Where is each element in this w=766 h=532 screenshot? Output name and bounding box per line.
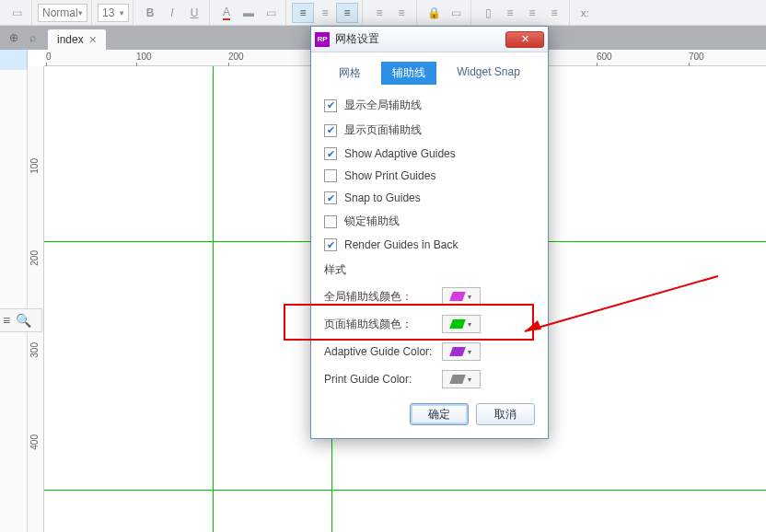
valign-top-button[interactable]: ≡ bbox=[368, 3, 390, 23]
show-global-guides-row[interactable]: 显示全局辅助线 bbox=[324, 98, 535, 113]
distribute-button[interactable]: ≡ bbox=[499, 3, 521, 23]
dialog-tabs: 网格 辅助线 Widget Snap bbox=[324, 62, 535, 85]
svg-line-0 bbox=[525, 276, 718, 331]
pen-icon bbox=[449, 375, 466, 384]
checkbox-icon[interactable] bbox=[324, 238, 337, 251]
check-label: 锁定辅助线 bbox=[344, 214, 400, 229]
dialog-buttons: 确定 取消 bbox=[324, 403, 535, 425]
render-guides-back-row[interactable]: Render Guides in Back bbox=[324, 238, 535, 251]
align-left-button[interactable]: ≡ bbox=[292, 3, 314, 23]
ruler-tick: 100 bbox=[29, 158, 40, 174]
tab-index[interactable]: index × bbox=[48, 29, 106, 50]
search-icon[interactable]: 🔍 bbox=[16, 313, 31, 328]
ok-button[interactable]: 确定 bbox=[410, 403, 469, 425]
left-gutter bbox=[0, 50, 28, 532]
align-objects-button[interactable]: ▯ bbox=[477, 3, 499, 23]
checkbox-icon[interactable] bbox=[324, 124, 337, 137]
global-guide-color-row: 全局辅助线颜色： ▾ bbox=[324, 287, 535, 306]
dialog-body: 网格 辅助线 Widget Snap 显示全局辅助线 显示页面辅助线 Show … bbox=[311, 52, 548, 438]
chevron-down-icon: ▾ bbox=[468, 376, 471, 384]
italic-button[interactable]: I bbox=[161, 3, 183, 23]
font-size-value: 13 bbox=[102, 6, 114, 19]
ruler-tick: 700 bbox=[689, 52, 704, 62]
align-right-button[interactable]: ≡ bbox=[336, 3, 358, 23]
style-select[interactable]: Normal▾ bbox=[38, 4, 87, 22]
checkbox-icon[interactable] bbox=[324, 169, 337, 182]
checkbox-icon[interactable] bbox=[324, 215, 337, 228]
order-button[interactable]: ≡ bbox=[521, 3, 543, 23]
ruler-tick: 400 bbox=[29, 434, 40, 450]
ruler-tick: 200 bbox=[29, 250, 40, 266]
check-label: 显示页面辅助线 bbox=[344, 122, 422, 138]
checkbox-icon[interactable] bbox=[324, 191, 337, 204]
pen-icon bbox=[449, 347, 466, 356]
pen-icon bbox=[449, 292, 466, 301]
tab-widget-snap[interactable]: Widget Snap bbox=[446, 62, 531, 85]
global-guide-color-swatch[interactable]: ▾ bbox=[442, 287, 481, 306]
x-coord-label: x: bbox=[575, 7, 595, 18]
show-page-guides-row[interactable]: 显示页面辅助线 bbox=[324, 122, 535, 138]
cancel-button[interactable]: 取消 bbox=[476, 403, 535, 425]
print-guide-color-swatch[interactable]: ▾ bbox=[442, 370, 481, 388]
annotation-highlight bbox=[284, 304, 534, 341]
align-center-button[interactable]: ≡ bbox=[314, 3, 336, 23]
bold-button[interactable]: B bbox=[139, 3, 161, 23]
group-button[interactable]: ▭ bbox=[445, 3, 467, 23]
check-label: Render Guides in Back bbox=[344, 238, 458, 251]
ruler-vertical[interactable]: 100 200 300 400 bbox=[28, 66, 44, 532]
ruler-tick: 600 bbox=[597, 52, 612, 62]
check-label: Show Adaptive Guides bbox=[344, 147, 456, 160]
menu-icon[interactable]: ≡ bbox=[3, 313, 10, 328]
svg-marker-1 bbox=[525, 320, 541, 331]
style-section-label: 样式 bbox=[324, 262, 535, 278]
search-pages-icon[interactable]: ⌕ bbox=[24, 29, 41, 46]
tab-guides[interactable]: 辅助线 bbox=[381, 62, 436, 85]
grid-settings-dialog: RP 网格设置 ✕ 网格 辅助线 Widget Snap 显示全局辅助线 显示页… bbox=[310, 26, 549, 439]
color-label: Adaptive Guide Color: bbox=[324, 345, 435, 358]
tab-grid[interactable]: 网格 bbox=[328, 62, 372, 85]
side-dock: ≡ 🔍 bbox=[0, 308, 42, 332]
font-size-select[interactable]: 13▾ bbox=[98, 4, 129, 22]
ruler-tick: 100 bbox=[136, 52, 152, 62]
close-button[interactable]: ✕ bbox=[505, 31, 544, 48]
dialog-titlebar[interactable]: RP 网格设置 ✕ bbox=[311, 27, 548, 52]
ruler-tick: 200 bbox=[228, 52, 244, 62]
show-adaptive-guides-row[interactable]: Show Adaptive Guides bbox=[324, 147, 535, 160]
checkbox-icon[interactable] bbox=[324, 99, 337, 112]
close-icon[interactable]: × bbox=[89, 32, 97, 47]
page-indicator bbox=[0, 50, 28, 70]
lock-button[interactable]: 🔒 bbox=[423, 3, 445, 23]
lock-guides-row[interactable]: 锁定辅助线 bbox=[324, 214, 535, 229]
snap-to-guides-row[interactable]: Snap to Guides bbox=[324, 191, 535, 204]
check-label: 显示全局辅助线 bbox=[344, 98, 422, 113]
color-label: Print Guide Color: bbox=[324, 373, 435, 386]
chevron-down-icon: ▾ bbox=[120, 8, 124, 17]
adaptive-guide-color-swatch[interactable]: ▾ bbox=[442, 342, 481, 361]
checkbox-icon[interactable] bbox=[324, 147, 337, 160]
chevron-down-icon: ▾ bbox=[468, 293, 471, 301]
print-guide-color-row: Print Guide Color: ▾ bbox=[324, 370, 535, 388]
color-label: 全局辅助线颜色： bbox=[324, 289, 435, 305]
border-color-button[interactable]: ▭ bbox=[260, 3, 282, 23]
fill-color-button[interactable]: ▬ bbox=[238, 3, 260, 23]
guide-line-horizontal[interactable] bbox=[44, 490, 766, 491]
dialog-title: 网格设置 bbox=[335, 31, 379, 47]
annotation-arrow bbox=[516, 276, 727, 368]
format-toolbar: ▭ Normal▾ 13▾ B I U A ▬ ▭ ≡ ≡ ≡ ≡ ≡ 🔒 ▭ … bbox=[0, 0, 766, 26]
underline-button[interactable]: U bbox=[183, 3, 205, 23]
ruler-tick: 0 bbox=[46, 52, 52, 62]
check-label: Snap to Guides bbox=[344, 191, 421, 204]
show-print-guides-row[interactable]: Show Print Guides bbox=[324, 169, 535, 182]
guide-line-vertical[interactable] bbox=[213, 66, 214, 532]
ruler-tick: 300 bbox=[29, 342, 40, 358]
check-label: Show Print Guides bbox=[344, 169, 435, 182]
tool-button[interactable]: ▭ bbox=[6, 3, 28, 23]
add-page-icon[interactable]: ⊕ bbox=[6, 29, 22, 46]
more-button[interactable]: ≡ bbox=[543, 3, 565, 23]
valign-mid-button[interactable]: ≡ bbox=[390, 3, 412, 23]
chevron-down-icon: ▾ bbox=[468, 348, 471, 356]
app-logo-icon: RP bbox=[315, 32, 330, 47]
text-color-button[interactable]: A bbox=[215, 3, 238, 23]
chevron-down-icon: ▾ bbox=[78, 8, 83, 17]
tab-label: index bbox=[57, 33, 84, 46]
